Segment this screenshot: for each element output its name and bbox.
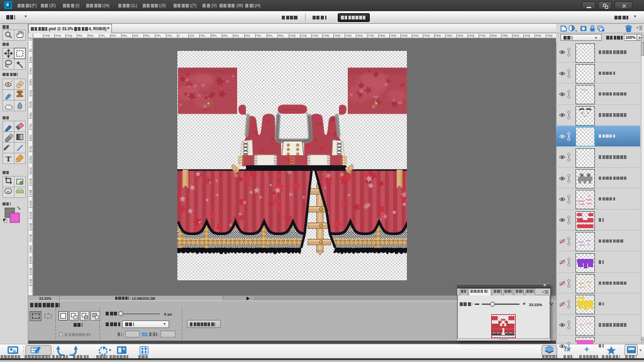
svg-text:700: 700	[100, 33, 105, 36]
svg-text:2700: 2700	[480, 33, 486, 36]
svg-text:3100: 3100	[525, 33, 531, 36]
svg-text:1100: 1100	[301, 33, 308, 36]
svg-text:300: 300	[145, 33, 150, 36]
svg-text:1200: 1200	[29, 178, 32, 184]
svg-text:1000: 1000	[290, 33, 296, 36]
svg-text:800: 800	[29, 134, 32, 140]
svg-text:500: 500	[29, 101, 32, 106]
svg-text:600: 600	[111, 33, 116, 36]
svg-text:1600: 1600	[29, 222, 32, 229]
svg-text:100: 100	[29, 57, 32, 62]
svg-text:900: 900	[279, 33, 284, 36]
svg-text:1100: 1100	[29, 167, 32, 173]
svg-text:800: 800	[89, 33, 94, 36]
svg-text:3300: 3300	[547, 33, 553, 36]
svg-text:200: 200	[201, 33, 206, 36]
svg-text:1400: 1400	[29, 200, 32, 206]
svg-text:1300: 1300	[323, 33, 330, 36]
svg-text:1500: 1500	[29, 211, 32, 217]
svg-text:1700: 1700	[368, 33, 374, 36]
svg-text:2000: 2000	[401, 33, 408, 36]
svg-text:1900: 1900	[29, 256, 32, 262]
svg-text:2400: 2400	[446, 33, 452, 36]
svg-text:2000: 2000	[29, 267, 32, 273]
svg-text:600: 600	[245, 33, 250, 36]
svg-text:3000: 3000	[513, 33, 519, 36]
svg-text:1700: 1700	[29, 233, 32, 239]
svg-text:1800: 1800	[379, 33, 386, 36]
svg-text:700: 700	[257, 33, 262, 36]
svg-text:400: 400	[29, 90, 32, 95]
svg-text:500: 500	[234, 33, 239, 36]
svg-text:300: 300	[29, 79, 32, 84]
svg-text:2300: 2300	[435, 33, 441, 36]
svg-text:1300: 1300	[29, 189, 32, 195]
svg-text:T: T	[6, 154, 11, 163]
svg-text:300: 300	[212, 33, 217, 36]
svg-text:2500: 2500	[457, 33, 464, 36]
svg-text:2200: 2200	[424, 33, 430, 36]
svg-text:1900: 1900	[391, 33, 397, 36]
svg-text:400: 400	[223, 33, 228, 36]
svg-text:600: 600	[29, 112, 32, 117]
svg-text:1400: 1400	[335, 33, 341, 36]
svg-text:200: 200	[29, 67, 32, 72]
svg-text:2100: 2100	[413, 33, 419, 36]
svg-text:900: 900	[29, 146, 32, 151]
svg-text:1200: 1200	[312, 33, 318, 36]
svg-text:400: 400	[133, 33, 138, 36]
svg-text:1600: 1600	[357, 33, 363, 36]
svg-text:900: 900	[77, 33, 82, 36]
svg-text:2900: 2900	[502, 33, 508, 36]
svg-text:1000: 1000	[67, 33, 73, 36]
svg-text:2600: 2600	[469, 33, 475, 36]
svg-text:2100: 2100	[29, 278, 32, 285]
svg-text:1000: 1000	[29, 155, 32, 162]
svg-text:1800: 1800	[29, 244, 32, 251]
svg-text:500: 500	[122, 33, 127, 36]
svg-text:1500: 1500	[346, 33, 352, 36]
svg-text:100: 100	[167, 33, 172, 36]
svg-text:3200: 3200	[536, 33, 542, 36]
svg-text:100: 100	[189, 33, 194, 36]
svg-text:1200: 1200	[44, 33, 50, 36]
svg-text:200: 200	[156, 33, 161, 36]
svg-text:1100: 1100	[55, 33, 62, 36]
svg-text:100: 100	[29, 38, 32, 39]
svg-text:2800: 2800	[491, 33, 497, 36]
svg-text:700: 700	[29, 123, 32, 128]
svg-text:800: 800	[267, 33, 272, 36]
